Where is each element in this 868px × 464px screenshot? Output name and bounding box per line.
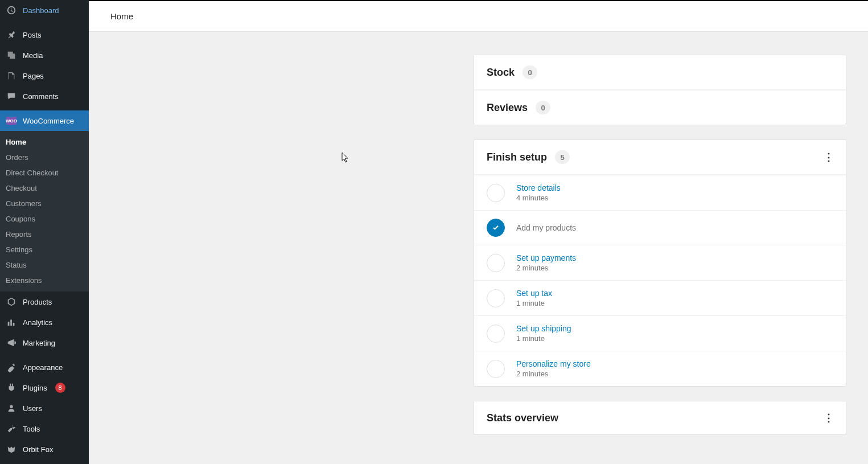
submenu-item-customers[interactable]: Customers (0, 196, 89, 211)
plugins-update-badge: 8 (55, 383, 65, 393)
task-set-up-tax[interactable]: Set up tax 1 minute (474, 280, 846, 315)
stats-overview-card: Stats overview ⋮ (474, 401, 846, 435)
sidebar-item-marketing[interactable]: Marketing (0, 332, 89, 353)
task-title: Add my products (516, 223, 576, 232)
sidebar-label: Marketing (23, 339, 55, 347)
task-status-circle (487, 184, 505, 202)
page-title: Home (110, 11, 133, 21)
finish-setup-card: Finish setup 5 ⋮ Store details 4 minutes (474, 139, 846, 387)
media-icon (6, 50, 17, 61)
pages-icon (6, 70, 17, 81)
task-title: Personalize my store (516, 359, 591, 368)
task-status-circle (487, 360, 505, 378)
reviews-title: Reviews (487, 102, 528, 114)
task-title: Set up payments (516, 253, 576, 262)
appearance-icon (6, 362, 17, 373)
pin-icon (6, 29, 17, 40)
kebab-menu-icon[interactable]: ⋮ (824, 151, 833, 163)
sidebar-label: Plugins (23, 384, 47, 392)
sidebar-label: Tools (23, 425, 40, 433)
plugins-icon (6, 382, 17, 393)
sidebar-label: Dashboard (23, 6, 59, 15)
page-header: Home (89, 1, 868, 32)
task-time: 1 minute (516, 334, 571, 343)
stock-count-badge: 0 (523, 65, 537, 79)
submenu-item-settings[interactable]: Settings (0, 242, 89, 257)
submenu-item-status[interactable]: Status (0, 257, 89, 273)
sidebar-item-plugins[interactable]: Plugins 8 (0, 377, 89, 398)
task-time: 4 minutes (516, 194, 561, 202)
stock-panel-header[interactable]: Stock 0 (474, 55, 846, 90)
sidebar-label: Appearance (23, 363, 63, 372)
sidebar-label: Orbit Fox (23, 445, 53, 454)
sidebar-label: WooCommerce (23, 117, 74, 125)
task-set-up-payments[interactable]: Set up payments 2 minutes (474, 245, 846, 280)
submenu-item-extensions[interactable]: Extensions (0, 273, 89, 288)
task-add-products[interactable]: Add my products (474, 210, 846, 245)
content-area: Home Stock 0 Reviews 0 (89, 1, 868, 464)
woocommerce-icon: WOO (6, 115, 17, 126)
submenu-item-direct-checkout[interactable]: Direct Checkout (0, 165, 89, 180)
sidebar-label: Posts (23, 31, 42, 39)
analytics-icon (6, 317, 17, 328)
users-icon (6, 403, 17, 414)
stats-title: Stats overview (487, 412, 558, 424)
task-personalize-store[interactable]: Personalize my store 2 minutes (474, 351, 846, 386)
sidebar-item-pages[interactable]: Pages (0, 65, 89, 86)
task-title: Set up tax (516, 289, 552, 298)
task-time: 2 minutes (516, 264, 576, 272)
submenu-item-reports[interactable]: Reports (0, 227, 89, 242)
sidebar-item-appearance[interactable]: Appearance (0, 357, 89, 377)
submenu-item-coupons[interactable]: Coupons (0, 211, 89, 227)
comments-icon (6, 91, 17, 102)
stock-title: Stock (487, 67, 515, 79)
sidebar-item-users[interactable]: Users (0, 398, 89, 418)
woocommerce-submenu: Home Orders Direct Checkout Checkout Cus… (0, 131, 89, 291)
sidebar-label: Pages (23, 72, 44, 80)
task-time: 1 minute (516, 299, 552, 307)
admin-sidebar: Dashboard Posts Media Pages Comments WOO… (0, 0, 89, 464)
sidebar-label: Products (23, 298, 52, 306)
sidebar-item-comments[interactable]: Comments (0, 86, 89, 106)
sidebar-label: Analytics (23, 318, 52, 327)
reviews-panel-header[interactable]: Reviews 0 (474, 90, 846, 125)
sidebar-item-posts[interactable]: Posts (0, 24, 89, 45)
marketing-icon (6, 337, 17, 348)
activity-card: Stock 0 Reviews 0 (474, 55, 846, 125)
sidebar-item-media[interactable]: Media (0, 45, 89, 65)
sidebar-item-products[interactable]: Products (0, 291, 89, 312)
task-set-up-shipping[interactable]: Set up shipping 1 minute (474, 315, 846, 351)
task-title: Store details (516, 183, 561, 192)
submenu-item-checkout[interactable]: Checkout (0, 180, 89, 196)
sidebar-label: Media (23, 51, 43, 60)
task-status-circle-done (487, 219, 505, 237)
task-title: Set up shipping (516, 324, 571, 333)
sidebar-item-woocommerce[interactable]: WOO WooCommerce (0, 110, 89, 131)
sidebar-item-dashboard[interactable]: Dashboard (0, 0, 89, 20)
finish-setup-count-badge: 5 (555, 150, 570, 164)
task-store-details[interactable]: Store details 4 minutes (474, 175, 846, 210)
tools-icon (6, 423, 17, 434)
sidebar-label: Comments (23, 92, 59, 101)
products-icon (6, 296, 17, 307)
reviews-count-badge: 0 (536, 101, 550, 114)
dashboard-icon (6, 5, 17, 16)
task-status-circle (487, 289, 505, 307)
submenu-item-home[interactable]: Home (0, 134, 89, 150)
submenu-item-orders[interactable]: Orders (0, 150, 89, 165)
finish-setup-title: Finish setup (487, 151, 547, 163)
sidebar-item-analytics[interactable]: Analytics (0, 312, 89, 332)
sidebar-item-orbit-fox[interactable]: Orbit Fox (0, 439, 89, 459)
orbit-fox-icon (6, 444, 17, 455)
check-icon (491, 223, 500, 232)
sidebar-label: Users (23, 404, 42, 413)
task-status-circle (487, 254, 505, 272)
task-time: 2 minutes (516, 369, 591, 378)
sidebar-item-tools[interactable]: Tools (0, 418, 89, 439)
kebab-menu-icon[interactable]: ⋮ (824, 412, 833, 424)
task-status-circle (487, 325, 505, 343)
